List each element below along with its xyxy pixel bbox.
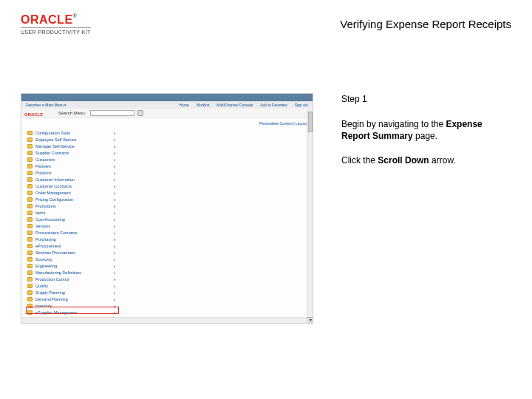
scroll-thumb[interactable] — [308, 112, 313, 132]
nav-worklist[interactable]: Worklist — [197, 103, 210, 107]
chevron-right-icon: ▸ — [114, 217, 116, 222]
txt: page. — [413, 131, 437, 141]
nav-mcc[interactable]: MultiChannel Console — [216, 103, 253, 107]
menu-item[interactable]: Pricing Configuration▸ — [27, 196, 116, 202]
folder-icon — [27, 264, 33, 268]
folder-icon — [27, 217, 33, 222]
brand-block: ORACLE® USER PRODUCTIVITY KIT — [21, 13, 91, 35]
txt: Begin by navigating to the — [341, 119, 446, 129]
brand-logo: ORACLE® — [21, 13, 91, 27]
chevron-right-icon: ▸ — [114, 144, 116, 149]
chevron-right-icon: ▸ — [114, 177, 116, 182]
search-menu-input[interactable] — [90, 110, 134, 116]
chevron-right-icon: ▸ — [114, 164, 116, 168]
instruction-panel: Step 1 Begin by navigating to the Expens… — [341, 93, 511, 178]
horizontal-scrollbar[interactable] — [21, 317, 307, 323]
menu-item-label: Items — [35, 211, 45, 215]
menu-item[interactable]: Customer Contracts▸ — [27, 183, 116, 189]
vertical-scrollbar[interactable]: ▾ — [307, 109, 313, 323]
menu-item[interactable]: Products▸ — [27, 169, 116, 176]
folder-icon — [27, 191, 33, 195]
app-topbar — [21, 94, 313, 101]
nav-signout[interactable]: Sign out — [295, 103, 308, 107]
highlight-box — [26, 307, 119, 314]
brand-subtitle: USER PRODUCTIVITY KIT — [21, 27, 91, 35]
folder-icon — [27, 284, 33, 288]
menu-item[interactable]: Procurement Contracts▸ — [27, 229, 116, 236]
menu-item[interactable]: Services Procurement▸ — [27, 249, 116, 256]
page-title: Verifying Expense Report Receipts — [340, 18, 511, 30]
chevron-right-icon: ▸ — [114, 257, 116, 262]
menu-item-label: Purchasing — [35, 237, 56, 242]
menu-item[interactable]: Supplier Contracts▸ — [27, 149, 116, 156]
chevron-right-icon: ▸ — [114, 224, 116, 228]
menu-item[interactable]: Manager Self-Service▸ — [27, 143, 116, 149]
menu-item-label: Sourcing — [35, 257, 52, 262]
chevron-right-icon: ▸ — [114, 231, 116, 235]
folder-icon — [27, 184, 33, 188]
chevron-right-icon: ▸ — [114, 204, 116, 208]
search-menu-go-button[interactable] — [137, 110, 143, 116]
menu-item[interactable]: Engineering▸ — [27, 262, 116, 269]
menu-item[interactable]: Manufacturing Definitions▸ — [27, 269, 116, 276]
menu-item[interactable]: eProcurement▸ — [27, 242, 116, 249]
menu-item[interactable]: Promotions▸ — [27, 202, 116, 209]
instruction-line-2: Click the Scroll Down arrow. — [341, 154, 511, 166]
menu-item[interactable]: Employee Self-Service▸ — [27, 136, 116, 143]
menu-item[interactable]: Partners▸ — [27, 163, 116, 169]
menu-item[interactable]: Sourcing▸ — [27, 256, 116, 262]
txt: Click the — [341, 155, 378, 166]
chevron-right-icon: ▸ — [114, 157, 116, 162]
menu-item[interactable]: Order Management▸ — [27, 189, 116, 196]
menu-item-label: Order Management — [35, 191, 71, 195]
menu-item[interactable]: Vendors▸ — [27, 222, 116, 229]
folder-icon — [27, 250, 33, 255]
chevron-right-icon: ▸ — [114, 151, 116, 155]
menu-item[interactable]: Customers▸ — [27, 156, 116, 163]
txt-bold: Scroll Down — [378, 155, 429, 166]
scroll-down-arrow[interactable]: ▾ — [307, 317, 313, 323]
personalize-link[interactable]: Personalize Content | Layout — [259, 121, 307, 126]
folder-icon — [27, 144, 33, 149]
menu-item[interactable]: Cost Accounting▸ — [27, 216, 116, 222]
brand-name-text: ORACLE — [21, 13, 73, 26]
folder-icon — [27, 171, 33, 175]
chevron-right-icon: ▸ — [114, 131, 116, 135]
menu-item-label: Cost Accounting — [35, 217, 65, 222]
menu-item-label: eProcurement — [35, 244, 61, 248]
menu-item-label: Engineering — [35, 264, 57, 268]
chevron-right-icon: ▸ — [114, 197, 116, 202]
menu-item[interactable]: Customer Information▸ — [27, 176, 116, 183]
menu-item[interactable]: Supply Planning▸ — [27, 289, 116, 296]
main-menu-list: Configuration Tools▸Employee Self-Servic… — [27, 129, 116, 322]
embedded-screenshot: Favorites ▾ Main Menu ▾ Home Worklist Mu… — [21, 93, 313, 324]
chevron-right-icon: ▸ — [114, 171, 116, 175]
folder-icon — [27, 231, 33, 235]
menu-item-label: Configuration Tools — [35, 131, 70, 135]
menu-item[interactable]: Production Control▸ — [27, 276, 116, 282]
breadcrumb[interactable]: Favorites ▾ Main Menu ▾ — [26, 103, 66, 107]
menu-item[interactable]: Quality▸ — [27, 282, 116, 289]
folder-icon — [27, 270, 33, 275]
menu-item-label: Customers — [35, 157, 55, 162]
txt: arrow. — [429, 155, 456, 166]
menu-item-label: Customer Contracts — [35, 184, 72, 188]
search-menu-row: ORACLE Search Menu: — [21, 109, 313, 117]
nav-fav[interactable]: Add to Favorites — [260, 103, 287, 107]
menu-item[interactable]: Demand Planning▸ — [27, 296, 116, 302]
menu-item-label: Procurement Contracts — [35, 231, 78, 235]
folder-icon — [27, 157, 33, 162]
step-label: Step 1 — [341, 93, 511, 105]
nav-home[interactable]: Home — [179, 103, 188, 107]
menu-item[interactable]: Items▸ — [27, 209, 116, 216]
folder-icon — [27, 131, 33, 135]
menu-item-label: Services Procurement — [35, 250, 75, 255]
folder-icon — [27, 290, 33, 295]
chevron-right-icon: ▸ — [114, 191, 116, 195]
menu-item[interactable]: Configuration Tools▸ — [27, 129, 116, 136]
folder-icon — [27, 297, 33, 301]
folder-icon — [27, 137, 33, 142]
top-nav-links: Home Worklist MultiChannel Console Add t… — [179, 103, 308, 107]
folder-icon — [27, 211, 33, 215]
menu-item[interactable]: Purchasing▸ — [27, 236, 116, 242]
